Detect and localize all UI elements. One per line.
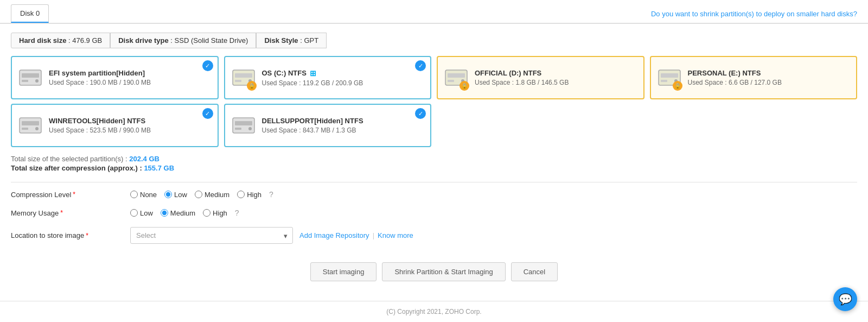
add-repo-link[interactable]: Add Image Repository <box>299 231 369 239</box>
cancel-button[interactable]: Cancel <box>511 262 558 281</box>
compression-high-radio[interactable] <box>237 191 245 198</box>
shrink-partition-button[interactable]: Shrink Partition & Start Imaging <box>382 262 505 281</box>
svg-point-3 <box>35 79 39 83</box>
compression-high-option[interactable]: High <box>237 191 261 199</box>
disk-drive-type-label: Disk drive type <box>118 36 169 45</box>
svg-rect-6 <box>235 80 241 82</box>
svg-rect-13 <box>661 73 678 78</box>
compression-medium-option[interactable]: Medium <box>195 191 229 199</box>
total-selected-value: 202.4 GB <box>129 155 159 163</box>
chat-bubble[interactable]: 💬 <box>833 287 857 311</box>
partition-card-efi[interactable]: EFI system partition[Hidden] Used Space … <box>11 56 219 99</box>
start-imaging-button[interactable]: Start imaging <box>310 262 377 281</box>
partition-info-official: OFFICIAL (D:) NTFS Used Space : 1.8 GB /… <box>475 69 638 86</box>
svg-rect-17 <box>22 121 39 125</box>
compression-high-label: High <box>247 191 261 199</box>
compression-low-radio[interactable] <box>164 191 172 198</box>
partition-space-official: Used Space : 1.8 GB / 146.5 GB <box>475 79 638 86</box>
lock-icon-official: 🔒 <box>459 81 469 91</box>
svg-rect-18 <box>22 128 28 130</box>
svg-rect-14 <box>661 80 667 82</box>
compression-none-radio[interactable] <box>130 191 138 198</box>
compression-level-label: Compression Level * <box>11 191 130 199</box>
partition-icon-osc: 🔒 <box>231 65 257 91</box>
disk-style: Disk Style : GPT <box>256 33 327 48</box>
location-label: Location to store image * <box>11 231 130 239</box>
check-badge-dellsupport: ✓ <box>415 108 426 119</box>
memory-high-option[interactable]: High <box>203 209 227 217</box>
partition-icon-efi <box>17 65 43 91</box>
partitions-row1: EFI system partition[Hidden] Used Space … <box>11 56 857 99</box>
partition-space-personal: Used Space : 6.6 GB / 127.0 GB <box>688 79 851 86</box>
main-content: Hard disk size : 476.9 GB Disk drive typ… <box>0 24 868 301</box>
windows-icon-osc: ⊞ <box>310 69 316 78</box>
divider1 <box>11 182 857 182</box>
compression-none-option[interactable]: None <box>130 191 157 199</box>
partition-name-winretools: WINRETOOLS[Hidden] NTFS <box>49 117 212 125</box>
memory-help-icon[interactable]: ? <box>235 209 239 217</box>
memory-low-radio[interactable] <box>130 209 138 217</box>
partition-card-osc[interactable]: 🔒 OS (C:) NTFS ⊞ Used Space : 119.2 GB /… <box>224 56 432 99</box>
memory-usage-label: Memory Usage * <box>11 209 130 217</box>
memory-medium-radio[interactable] <box>161 209 168 217</box>
compression-help-icon[interactable]: ? <box>269 190 273 199</box>
disk-style-label: Disk Style <box>264 36 298 45</box>
location-required-star: * <box>86 232 88 239</box>
check-badge-efi: ✓ <box>202 60 213 71</box>
partition-icon-personal: 🔒 <box>656 65 682 91</box>
top-bar: Disk 0 Do you want to shrink partition(s… <box>0 0 868 24</box>
partition-info-winretools: WINRETOOLS[Hidden] NTFS Used Space : 523… <box>49 117 212 134</box>
disk-info-bar: Hard disk size : 476.9 GB Disk drive typ… <box>11 33 857 48</box>
memory-medium-option[interactable]: Medium <box>161 209 195 217</box>
location-select[interactable]: Select <box>130 227 293 244</box>
memory-low-option[interactable]: Low <box>130 209 153 217</box>
compression-level-row: Compression Level * None Low Medium <box>11 190 857 199</box>
partition-info-efi: EFI system partition[Hidden] Used Space … <box>49 69 212 86</box>
partition-name-dellsupport: DELLSUPPORT[Hidden] NTFS <box>262 117 425 125</box>
memory-usage-row: Memory Usage * Low Medium High ? <box>11 209 857 217</box>
svg-point-23 <box>248 127 252 130</box>
memory-required-star: * <box>60 209 63 217</box>
know-more-link[interactable]: Know more <box>378 231 413 239</box>
disk-drive-type-value: SSD (Solid State Drive) <box>175 36 248 45</box>
hard-disk-size: Hard disk size : 476.9 GB <box>11 33 110 48</box>
partition-name-official: OFFICIAL (D:) NTFS <box>475 69 638 77</box>
empty-slot-2 <box>650 104 858 147</box>
partition-card-winretools[interactable]: WINRETOOLS[Hidden] NTFS Used Space : 523… <box>11 104 219 147</box>
partition-space-efi: Used Space : 190.0 MB / 190.0 MB <box>49 79 212 86</box>
lock-icon-personal: 🔒 <box>673 81 682 91</box>
footer-copyright: (C) Copyright 2021, ZOHO Corp. <box>386 308 481 315</box>
partition-icon-dellsupport <box>231 112 257 138</box>
total-compression-row: Total size after compression (approx.) :… <box>11 164 857 172</box>
partition-info-osc: OS (C:) NTFS ⊞ Used Space : 119.2 GB / 2… <box>262 69 425 87</box>
memory-high-radio[interactable] <box>203 209 210 217</box>
lock-icon-osc: 🔒 <box>247 81 257 91</box>
svg-rect-22 <box>235 128 241 130</box>
total-selected-row: Total size of the selected partition(s) … <box>11 155 857 163</box>
partition-space-osc: Used Space : 119.2 GB / 200.9 GB <box>262 79 425 87</box>
compression-required-star: * <box>73 191 75 198</box>
compression-low-option[interactable]: Low <box>164 191 187 199</box>
hard-disk-size-label: Hard disk size <box>19 36 66 45</box>
footer: (C) Copyright 2021, ZOHO Corp. <box>0 301 868 322</box>
compression-radio-group: None Low Medium High ? <box>130 190 273 199</box>
empty-slot-1 <box>437 104 644 147</box>
location-select-wrapper[interactable]: Select <box>130 227 293 244</box>
partition-name-personal: PERSONAL (E:) NTFS <box>688 69 851 77</box>
compression-low-label: Low <box>174 191 187 199</box>
tab-disk0[interactable]: Disk 0 <box>11 4 49 23</box>
partition-card-dellsupport[interactable]: DELLSUPPORT[Hidden] NTFS Used Space : 84… <box>224 104 432 147</box>
compression-medium-radio[interactable] <box>195 191 202 198</box>
disk-drive-type-colon: : <box>170 36 174 45</box>
memory-radio-group: Low Medium High ? <box>130 209 239 217</box>
compression-none-label: None <box>140 191 157 199</box>
location-row: Location to store image * Select Add Ima… <box>11 227 857 244</box>
partition-card-personal[interactable]: 🔒 PERSONAL (E:) NTFS Used Space : 6.6 GB… <box>650 56 858 99</box>
partition-space-dellsupport: Used Space : 843.7 MB / 1.3 GB <box>262 127 425 134</box>
svg-point-19 <box>35 127 39 130</box>
partition-card-official[interactable]: 🔒 OFFICIAL (D:) NTFS Used Space : 1.8 GB… <box>437 56 644 99</box>
svg-rect-2 <box>22 80 28 82</box>
shrink-link[interactable]: Do you want to shrink partition(s) to de… <box>651 10 857 18</box>
button-row: Start imaging Shrink Partition & Start I… <box>11 254 857 290</box>
partition-name-osc: OS (C:) NTFS ⊞ <box>262 69 425 78</box>
